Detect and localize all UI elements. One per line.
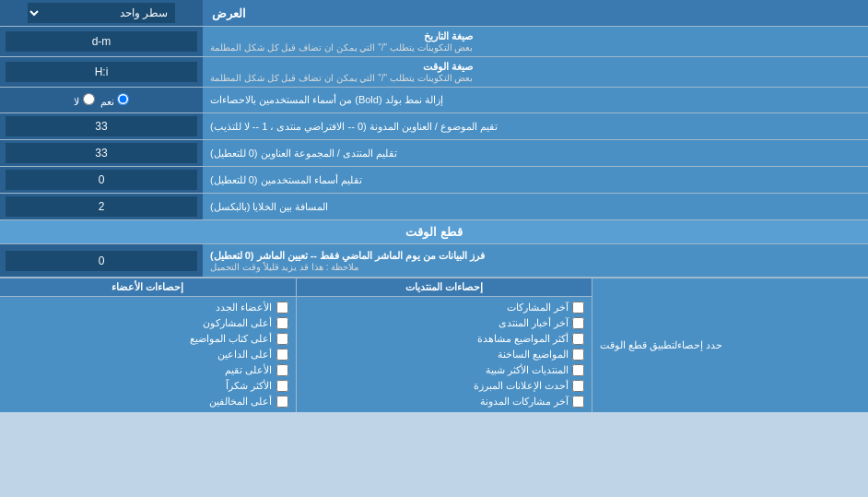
checkbox-similar-forums: المنتديات الأكثر شبية xyxy=(304,362,585,378)
user-order-input-wrapper xyxy=(0,167,203,193)
cut-main-label: فرز البيانات من يوم الماشر الماضي فقط --… xyxy=(203,244,868,277)
checkbox-forum-news: آخر أخبار المنتدى xyxy=(304,315,585,331)
checkbox-new-members: الأعضاء الجدد xyxy=(7,300,288,315)
members-checkbox-col: إحصاءات الأعضاء الأعضاء الجدد أعلى المشا… xyxy=(0,278,296,412)
date-format-input-wrapper xyxy=(0,27,203,56)
checkbox-last-posts-input[interactable] xyxy=(572,302,584,314)
checkbox-new-members-input[interactable] xyxy=(276,302,288,314)
forum-order-input[interactable] xyxy=(6,143,197,163)
checkbox-hot-topics-input[interactable] xyxy=(572,349,584,361)
time-format-label: صيغة الوقت بعض التكوينات يتطلب "/" التي … xyxy=(203,57,868,87)
checkbox-top-posters: أعلى المشاركون xyxy=(7,315,288,331)
checkbox-blog-posts: آخر مشاركات المدونة xyxy=(304,394,585,409)
topic-order-input-wrapper xyxy=(0,113,203,139)
display-select-wrapper: سطر واحد سطرين ثلاثة أسطر xyxy=(0,0,203,26)
checkbox-last-posts: آخر المشاركات xyxy=(304,300,585,315)
cut-section-row: فرز البيانات من يوم الماشر الماضي فقط --… xyxy=(0,244,868,278)
topic-order-label: تقيم الموضوع / العناوين المدونة (0 -- ال… xyxy=(203,113,868,139)
checkbox-top-violators-input[interactable] xyxy=(276,396,288,408)
checkbox-top-rated-input[interactable] xyxy=(276,364,288,376)
cell-spacing-input[interactable] xyxy=(6,196,197,217)
checkbox-hot-topics: المواضيع الساخنة xyxy=(304,347,585,362)
checkbox-most-thanked: الأكثر شكراً xyxy=(7,378,288,394)
checkbox-forum-news-input[interactable] xyxy=(572,317,584,329)
time-format-row: صيغة الوقت بعض التكوينات يتطلب "/" التي … xyxy=(0,57,868,88)
cell-spacing-label: المسافة بين الخلايا (بالبكسل) xyxy=(203,194,868,219)
date-format-input[interactable] xyxy=(6,31,197,52)
cut-section-header: قطع الوقت xyxy=(0,220,868,244)
checkbox-top-posters-input[interactable] xyxy=(276,317,288,329)
topic-order-input[interactable] xyxy=(6,116,197,136)
checkbox-blog-posts-input[interactable] xyxy=(572,396,584,408)
radio-yes-label: نعم xyxy=(100,93,129,108)
time-format-input-wrapper xyxy=(0,57,203,87)
checkbox-top-inviters-input[interactable] xyxy=(276,349,288,361)
cut-input[interactable] xyxy=(6,251,197,271)
radio-yes[interactable] xyxy=(117,93,129,105)
forum-order-input-wrapper xyxy=(0,140,203,166)
date-format-label: صيغة التاريخ بعض التكوينات يتطلب "/" الت… xyxy=(203,27,868,56)
date-format-row: صيغة التاريخ بعض التكوينات يتطلب "/" الت… xyxy=(0,27,868,57)
members-col-header: إحصاءات الأعضاء xyxy=(0,278,296,297)
checkbox-announcements: أحدث الإعلانات المبرزة xyxy=(304,378,585,394)
bold-remove-row: إزالة نمط بولد (Bold) من أسماء المستخدمي… xyxy=(0,88,868,113)
checkbox-top-topic-writers: أعلى كتاب المواضيع xyxy=(7,331,288,347)
posts-col-header: إحصاءات المنتديات xyxy=(297,278,592,297)
time-format-input[interactable] xyxy=(6,62,197,82)
checkboxes-section: حدد إحصاءلتطبيق قطع الوقت إحصاءات المنتد… xyxy=(0,278,868,412)
user-order-input[interactable] xyxy=(6,170,197,190)
bold-remove-label: إزالة نمط بولد (Bold) من أسماء المستخدمي… xyxy=(203,88,868,112)
display-select[interactable]: سطر واحد سطرين ثلاثة أسطر xyxy=(28,3,175,23)
radio-no-label: لا xyxy=(74,93,94,108)
user-order-row: تقليم أسماء المستخدمين (0 للتعطيل) xyxy=(0,167,868,194)
page-title: العرض xyxy=(203,0,868,26)
cut-limit-label: حدد إحصاءلتطبيق قطع الوقت xyxy=(592,278,868,412)
forum-order-row: تقليم المنتدى / المجموعة العناوين (0 للت… xyxy=(0,140,868,167)
checkbox-top-topic-writers-input[interactable] xyxy=(276,333,288,345)
checkbox-most-thanked-input[interactable] xyxy=(276,380,288,392)
checkbox-top-rated: الأعلى تقيم xyxy=(7,362,288,378)
posts-checkbox-col: إحصاءات المنتديات آخر المشاركات آخر أخبا… xyxy=(296,278,592,412)
cell-spacing-input-wrapper xyxy=(0,194,203,219)
checkbox-most-viewed-input[interactable] xyxy=(572,333,584,345)
topic-order-row: تقيم الموضوع / العناوين المدونة (0 -- ال… xyxy=(0,113,868,140)
checkbox-similar-forums-input[interactable] xyxy=(572,364,584,376)
radio-no[interactable] xyxy=(83,93,95,105)
checkbox-top-violators: أعلى المخالفين xyxy=(7,394,288,409)
forum-order-label: تقليم المنتدى / المجموعة العناوين (0 للت… xyxy=(203,140,868,166)
cell-spacing-row: المسافة بين الخلايا (بالبكسل) xyxy=(0,194,868,220)
checkbox-most-viewed: أكثر المواضيع مشاهدة xyxy=(304,331,585,347)
cut-input-wrapper xyxy=(0,244,203,277)
checkbox-top-inviters: أعلى الداعين xyxy=(7,347,288,362)
checkbox-announcements-input[interactable] xyxy=(572,380,584,392)
bold-remove-radio-wrapper: نعم لا xyxy=(0,88,203,112)
user-order-label: تقليم أسماء المستخدمين (0 للتعطيل) xyxy=(203,167,868,193)
